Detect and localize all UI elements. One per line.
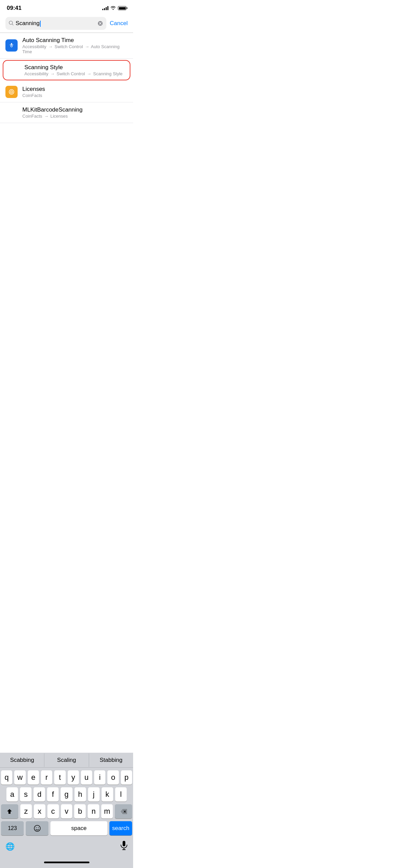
content-area <box>0 123 133 242</box>
signal-icon <box>102 6 108 10</box>
battery-icon <box>118 6 126 10</box>
result-licenses[interactable]: Licenses CoinFacts <box>0 82 133 102</box>
result-subtitle-licenses: CoinFacts <box>22 93 128 98</box>
search-bar-container: Scanning Cancel <box>0 14 133 33</box>
result-text-licenses: Licenses CoinFacts <box>22 86 128 98</box>
search-input[interactable]: Scanning <box>16 20 96 27</box>
result-text-auto-scanning: Auto Scanning Time Accessibility → Switc… <box>22 37 128 54</box>
result-mlkit[interactable]: MLKitBarcodeScanning CoinFacts → License… <box>0 102 133 123</box>
result-scanning-style[interactable]: Scanning Style Accessibility → Switch Co… <box>3 60 130 80</box>
result-title-licenses: Licenses <box>22 86 128 93</box>
scanning-style-wrapper: Scanning Style Accessibility → Switch Co… <box>0 59 133 82</box>
search-bar[interactable]: Scanning <box>5 17 106 30</box>
result-text-scanning-style: Scanning Style Accessibility → Switch Co… <box>24 64 126 76</box>
icon-placeholder <box>7 64 20 76</box>
results-container: Auto Scanning Time Accessibility → Switc… <box>0 33 133 123</box>
svg-line-1 <box>12 24 13 25</box>
search-icon <box>9 21 14 26</box>
result-title: Auto Scanning Time <box>22 37 128 44</box>
status-time: 09:41 <box>7 5 21 12</box>
cursor <box>40 21 41 27</box>
result-title-mlkit: MLKitBarcodeScanning <box>22 106 128 113</box>
cancel-button[interactable]: Cancel <box>110 20 128 27</box>
result-auto-scanning-time[interactable]: Auto Scanning Time Accessibility → Switc… <box>0 33 133 59</box>
result-subtitle: Accessibility → Switch Control → Auto Sc… <box>22 44 128 54</box>
result-subtitle-scanning: Accessibility → Switch Control → Scannin… <box>24 71 126 76</box>
status-icons <box>102 6 126 11</box>
result-title-scanning: Scanning Style <box>24 64 126 71</box>
svg-point-11 <box>11 92 12 92</box>
clear-button[interactable] <box>98 21 103 26</box>
svg-point-6 <box>11 43 12 44</box>
icon-placeholder-mlkit <box>5 106 18 119</box>
result-text-mlkit: MLKitBarcodeScanning CoinFacts → License… <box>22 106 128 119</box>
status-bar: 09:41 <box>0 0 133 14</box>
coinfacts-icon-wrap <box>5 86 18 98</box>
wifi-icon <box>110 6 116 11</box>
accessibility-icon-wrap <box>5 39 18 52</box>
result-subtitle-mlkit: CoinFacts → Licenses <box>22 114 128 119</box>
